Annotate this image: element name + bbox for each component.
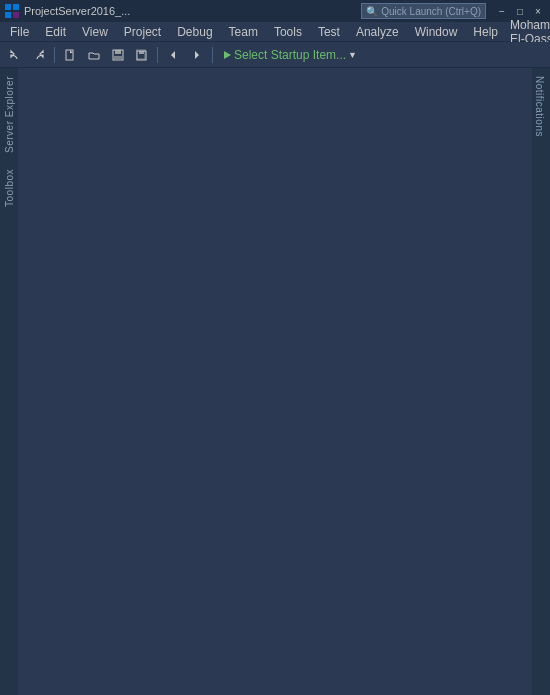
run-dropdown-arrow: ▼: [348, 50, 357, 60]
menu-analyze[interactable]: Analyze: [348, 22, 407, 41]
svg-rect-6: [115, 50, 121, 54]
run-button[interactable]: Select Startup Item... ▼: [217, 45, 362, 65]
nav-forward-button[interactable]: [186, 45, 208, 65]
quick-launch-search[interactable]: 🔍 Quick Launch (Ctrl+Q): [361, 3, 486, 19]
menu-team[interactable]: Team: [221, 22, 266, 41]
save-all-button[interactable]: [131, 45, 153, 65]
menu-test[interactable]: Test: [310, 22, 348, 41]
save-button[interactable]: [107, 45, 129, 65]
left-sidebar: Server Explorer Toolbox: [0, 68, 18, 695]
new-file-button[interactable]: [59, 45, 81, 65]
menu-debug[interactable]: Debug: [169, 22, 220, 41]
toolbar-sep-1: [54, 47, 55, 63]
toolbar-sep-2: [157, 47, 158, 63]
svg-marker-12: [195, 51, 199, 59]
svg-rect-9: [139, 51, 144, 54]
server-explorer-tab[interactable]: Server Explorer: [0, 68, 18, 161]
menu-project[interactable]: Project: [116, 22, 169, 41]
search-icon: 🔍: [366, 6, 378, 17]
svg-rect-7: [114, 56, 122, 59]
toolbar-sep-3: [212, 47, 213, 63]
menu-tools[interactable]: Tools: [266, 22, 310, 41]
svg-rect-0: [5, 4, 11, 10]
svg-rect-2: [5, 12, 11, 18]
svg-rect-3: [13, 12, 19, 18]
title-bar: ProjectServer2016_... 🔍 Quick Launch (Ct…: [0, 0, 550, 22]
main-area: Server Explorer Toolbox Notifications: [0, 68, 550, 695]
svg-marker-11: [171, 51, 175, 59]
menu-bar: File Edit View Project Debug Team Tools …: [0, 22, 550, 42]
svg-rect-1: [13, 4, 19, 10]
open-file-button[interactable]: [83, 45, 105, 65]
menu-window[interactable]: Window: [407, 22, 466, 41]
svg-marker-13: [224, 51, 231, 59]
editor-area: [18, 68, 532, 695]
app-title: ProjectServer2016_...: [24, 5, 361, 17]
undo-button[interactable]: [4, 45, 26, 65]
app-logo: [4, 3, 20, 19]
menu-help[interactable]: Help: [465, 22, 506, 41]
search-placeholder-text: Quick Launch (Ctrl+Q): [381, 6, 481, 17]
menu-edit[interactable]: Edit: [37, 22, 74, 41]
menu-file[interactable]: File: [2, 22, 37, 41]
toolbar: Select Startup Item... ▼: [0, 42, 550, 68]
notifications-tab[interactable]: Notifications: [532, 68, 550, 145]
menu-view[interactable]: View: [74, 22, 116, 41]
toolbox-tab[interactable]: Toolbox: [0, 161, 18, 215]
svg-rect-4: [66, 50, 73, 60]
redo-button[interactable]: [28, 45, 50, 65]
right-sidebar: Notifications: [532, 68, 550, 695]
run-label: Select Startup Item...: [234, 48, 346, 62]
nav-back-button[interactable]: [162, 45, 184, 65]
